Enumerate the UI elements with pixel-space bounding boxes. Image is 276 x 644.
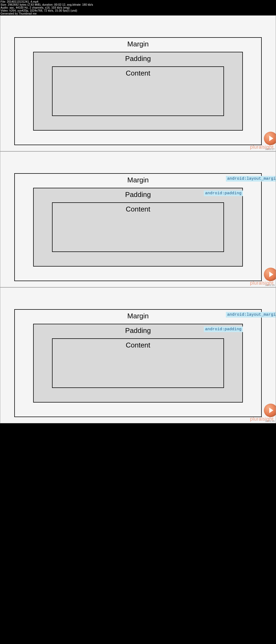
frame-timestamp: 00:01:15 <box>265 284 275 287</box>
padding-label: Padding <box>125 54 151 63</box>
thumbnail-frame: Margin Padding Content pluralsight 00:00… <box>0 15 276 151</box>
meta-generated: Generated by Thumbnail me <box>1 12 275 15</box>
padding-box: Padding android:padding Content <box>33 324 243 403</box>
padding-label: Padding <box>125 190 151 199</box>
margin-label: Margin <box>127 176 149 184</box>
code-padding-tag: android:padding <box>204 190 243 196</box>
play-button-icon[interactable] <box>264 268 276 281</box>
code-margin-tag: android:layout_margin <box>226 176 276 182</box>
margin-label: Margin <box>127 312 149 320</box>
padding-label: Padding <box>125 326 151 335</box>
content-box: Content <box>52 338 224 388</box>
code-padding-tag: android:padding <box>204 326 243 332</box>
play-button-icon[interactable] <box>264 132 276 145</box>
margin-box: Margin android:layout_margin Padding and… <box>14 309 262 417</box>
play-button-icon[interactable] <box>264 404 276 417</box>
content-label: Content <box>126 69 150 77</box>
meta-size: Size: 2962692 bytes (2.83 MiB), duration… <box>1 3 275 6</box>
thumbnail-frame: Margin android:layout_margin Padding and… <box>0 287 276 423</box>
video-metadata-header: File: 20140113131241_4.mp4 Size: 2962692… <box>0 0 276 15</box>
content-box: Content <box>52 202 224 252</box>
padding-box: Padding android:padding Content <box>33 188 243 267</box>
thumbnail-frame: Margin android:layout_margin Padding and… <box>0 151 276 287</box>
frame-timestamp: 00:01:49 <box>265 420 275 422</box>
content-label: Content <box>126 205 150 213</box>
meta-file: File: 20140113131241_4.mp4 <box>1 0 275 3</box>
content-label: Content <box>126 341 150 349</box>
frame-timestamp: 00:00:27 <box>265 148 275 151</box>
code-margin-tag: android:layout_margin <box>226 312 276 318</box>
meta-video: Video: h264, yuv420p, 1024x768, 72 kb/s,… <box>1 9 275 12</box>
content-box: Content <box>52 66 224 116</box>
margin-box: Margin android:layout_margin Padding and… <box>14 173 262 281</box>
meta-audio: Audio: aac, 44100 Hz, 2 channels, s16, 1… <box>1 6 275 9</box>
padding-box: Padding Content <box>33 52 243 131</box>
margin-label: Margin <box>127 40 149 48</box>
margin-box: Margin Padding Content <box>14 37 262 145</box>
